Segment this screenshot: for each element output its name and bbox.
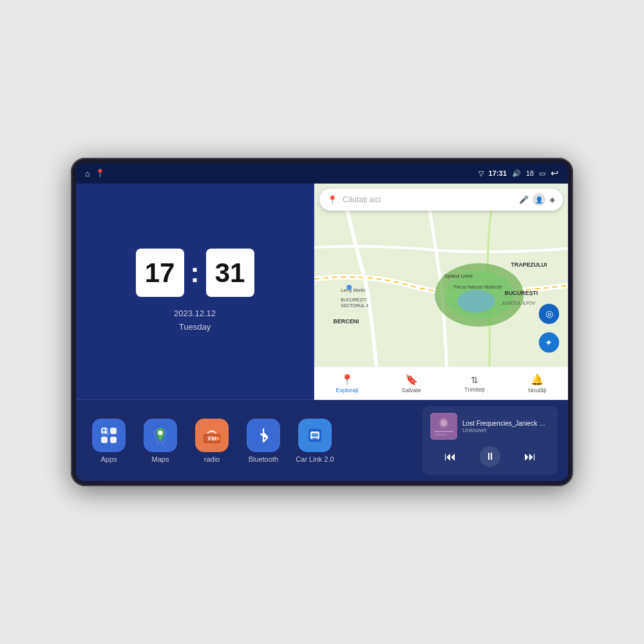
clock-date: 2023.12.12 Tuesday <box>174 307 216 334</box>
svg-text:BERCENI: BERCENI <box>334 318 359 325</box>
svg-rect-21 <box>101 437 108 443</box>
music-next-button[interactable]: ⏭ <box>520 446 540 467</box>
music-thumbnail <box>430 413 457 440</box>
app-label-apps: Apps <box>100 455 117 463</box>
map-search-bar[interactable]: 📍 Căutați aici 🎤 👤 ◈ <box>319 189 563 211</box>
maps-icon-wrap <box>144 419 177 452</box>
map-area: Splaiul Unirii Parcul Natural Văcărești … <box>314 184 568 400</box>
apps-icon-wrap <box>92 419 126 452</box>
app-item-maps[interactable]: Maps <box>138 419 183 463</box>
map-nav-saved[interactable]: 🔖 Salvate <box>402 374 421 393</box>
status-right: ▽ 17:31 🔊 18 ▭ ↩ <box>478 167 559 179</box>
saved-label: Salvate <box>402 387 421 393</box>
svg-text:Leroy Merlin: Leroy Merlin <box>341 288 365 293</box>
svg-rect-24 <box>106 429 109 431</box>
battery-level: 18 <box>526 169 534 177</box>
map-search-placeholder[interactable]: Căutați aici <box>343 195 514 204</box>
music-player: Lost Frequencies_Janieck Devy-... Unknow… <box>422 406 558 475</box>
app-label-radio: radio <box>204 455 220 463</box>
music-title: Lost Frequencies_Janieck Devy-... <box>462 420 550 427</box>
home-icon[interactable]: ⌂ <box>85 169 90 178</box>
svg-rect-40 <box>434 431 453 432</box>
carlink-icon-wrap <box>298 419 332 452</box>
send-icon: ⇅ <box>471 375 478 385</box>
back-icon[interactable]: ↩ <box>551 167 559 179</box>
layers-icon[interactable]: ◈ <box>549 195 555 204</box>
svg-point-13 <box>346 285 352 290</box>
device-screen: ⌂ 📍 ▽ 17:31 🔊 18 ▭ ↩ 17 : 31 <box>76 163 568 481</box>
battery-icon: ▭ <box>539 169 545 178</box>
app-item-carlink[interactable]: Car Link 2.0 <box>292 419 337 463</box>
signal-icon: ▽ <box>478 169 484 178</box>
svg-point-32 <box>217 437 219 439</box>
music-info: Lost Frequencies_Janieck Devy-... Unknow… <box>462 420 550 433</box>
svg-rect-36 <box>312 433 318 437</box>
bluetooth-icon-wrap <box>247 419 280 452</box>
music-prev-button[interactable]: ⏮ <box>440 446 460 467</box>
map-search-icons: 🎤 👤 ◈ <box>519 193 555 206</box>
svg-rect-25 <box>102 433 105 435</box>
music-art-icon <box>430 413 457 440</box>
explore-label: Explorați <box>336 387 359 393</box>
apps-grid-icon <box>100 426 118 444</box>
microphone-icon[interactable]: 🎤 <box>519 195 529 204</box>
app-item-apps[interactable]: Apps <box>86 419 131 463</box>
app-label-maps: Maps <box>152 455 169 463</box>
app-label-bluetooth: Bluetooth <box>249 455 278 463</box>
clock-colon: : <box>191 258 200 289</box>
svg-point-42 <box>440 418 447 426</box>
svg-point-3 <box>457 290 495 312</box>
news-label: Noutăți <box>528 387 547 393</box>
main-content: 17 : 31 2023.12.12 Tuesday <box>76 184 568 481</box>
music-controls: ⏮ ⏸ ⏭ <box>430 445 550 468</box>
status-bar: ⌂ 📍 ▽ 17:31 🔊 18 ▭ ↩ <box>76 163 568 184</box>
svg-text:TRAPEZULUI: TRAPEZULUI <box>511 261 547 268</box>
status-left: ⌂ 📍 <box>85 169 105 178</box>
svg-text:JUDEȚUL ILFOV: JUDEȚUL ILFOV <box>502 301 536 306</box>
svg-text:◎: ◎ <box>545 309 553 319</box>
app-item-radio[interactable]: FM radio <box>189 419 234 463</box>
maps-pin-icon[interactable]: 📍 <box>95 169 105 178</box>
send-label: Trimiteți <box>464 386 485 393</box>
svg-text:Parcul Natural Văcărești: Parcul Natural Văcărești <box>454 285 502 290</box>
maps-app-icon <box>151 426 169 444</box>
svg-rect-35 <box>312 438 317 439</box>
news-icon: 🔔 <box>531 374 544 386</box>
svg-rect-23 <box>102 429 105 431</box>
explore-icon: 📍 <box>341 374 354 386</box>
apps-section: Apps Maps <box>86 419 422 463</box>
svg-text:SECTORUL 4: SECTORUL 4 <box>341 303 368 308</box>
svg-text:BUCUREȘTI: BUCUREȘTI <box>505 290 538 296</box>
map-nav-explore[interactable]: 📍 Explorați <box>336 374 359 393</box>
clock-minutes: 31 <box>206 249 254 297</box>
radio-app-icon: FM <box>202 426 222 444</box>
music-play-button[interactable]: ⏸ <box>480 446 500 467</box>
svg-rect-41 <box>434 434 447 435</box>
svg-text:BUCUREȘTI: BUCUREȘTI <box>341 298 366 303</box>
app-item-bluetooth[interactable]: Bluetooth <box>241 419 286 463</box>
svg-rect-20 <box>110 428 117 434</box>
svg-rect-26 <box>106 433 109 435</box>
map-pin-small-icon: 📍 <box>327 195 337 205</box>
svg-text:FM: FM <box>208 435 216 442</box>
svg-text:✦: ✦ <box>545 338 553 348</box>
map-bottom-nav: 📍 Explorați 🔖 Salvate ⇅ Trimiteți 🔔 <box>314 366 568 400</box>
map-widget[interactable]: Splaiul Unirii Parcul Natural Văcărești … <box>314 184 568 400</box>
carlink-app-icon <box>306 426 324 444</box>
clock-hours: 17 <box>136 249 184 297</box>
svg-rect-22 <box>110 437 117 443</box>
bluetooth-app-icon <box>254 426 272 444</box>
map-nav-send[interactable]: ⇅ Trimiteți <box>464 375 485 393</box>
map-nav-news[interactable]: 🔔 Noutăți <box>528 374 547 393</box>
radio-icon-wrap: FM <box>195 419 229 452</box>
app-label-carlink: Car Link 2.0 <box>296 455 334 463</box>
clock-widget: 17 : 31 2023.12.12 Tuesday <box>76 184 314 400</box>
svg-text:Splaiul Unirii: Splaiul Unirii <box>444 273 473 279</box>
account-icon[interactable]: 👤 <box>533 193 545 206</box>
time-display: 17:31 <box>489 169 507 177</box>
device-frame: ⌂ 📍 ▽ 17:31 🔊 18 ▭ ↩ 17 : 31 <box>71 158 573 486</box>
volume-icon: 🔊 <box>512 169 521 178</box>
music-top: Lost Frequencies_Janieck Devy-... Unknow… <box>430 413 550 440</box>
clock-digits: 17 : 31 <box>136 249 254 297</box>
saved-icon: 🔖 <box>405 374 418 386</box>
